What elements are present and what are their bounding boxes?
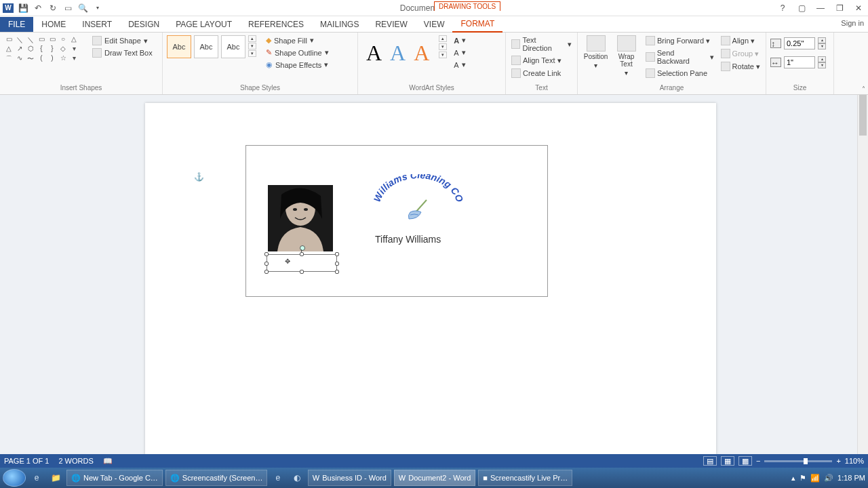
resize-handle[interactable] bbox=[335, 252, 339, 256]
group-shape-styles: Shape Styles bbox=[167, 84, 353, 93]
svg-point-2 bbox=[293, 208, 297, 211]
taskbar-media-icon[interactable]: ◐ bbox=[289, 470, 305, 486]
send-backward-button[interactable]: Send Backward ▾ bbox=[644, 48, 715, 66]
resize-handle[interactable] bbox=[335, 270, 339, 274]
redo-icon[interactable]: ↻ bbox=[47, 3, 58, 14]
tab-insert[interactable]: INSERT bbox=[74, 17, 120, 32]
document-area[interactable]: ⚓ Williams Cleaning CO bbox=[0, 95, 857, 454]
group-insert-shapes: Insert Shapes bbox=[4, 84, 158, 93]
tray-action-center-icon[interactable]: ⚑ bbox=[800, 474, 806, 483]
word-count[interactable]: 2 WORDS bbox=[58, 457, 93, 465]
position-button[interactable]: Position▾ bbox=[582, 35, 610, 69]
taskbar-chrome[interactable]: 🌐 New Tab - Google C… bbox=[66, 470, 163, 486]
zoom-slider[interactable] bbox=[764, 460, 832, 462]
shape-style-gallery[interactable]: Abc Abc Abc ▴▾▾ bbox=[167, 35, 256, 58]
create-link-button[interactable]: Create Link bbox=[510, 68, 573, 79]
tab-review[interactable]: REVIEW bbox=[367, 17, 415, 32]
text-outline-button[interactable]: A▾ bbox=[452, 47, 467, 58]
tab-format[interactable]: FORMAT bbox=[452, 16, 502, 33]
taskbar-screencastify[interactable]: 🌐 Screencastify (Screen… bbox=[165, 470, 267, 486]
tray-volume-icon[interactable]: 🔊 bbox=[824, 474, 833, 483]
vertical-scrollbar[interactable] bbox=[857, 95, 868, 454]
tray-show-hidden-icon[interactable]: ▴ bbox=[791, 474, 795, 483]
width-icon: ↔ bbox=[770, 58, 781, 67]
text-effects-button[interactable]: A▾ bbox=[452, 60, 467, 70]
shape-outline-button[interactable]: ✎Shape Outline ▾ bbox=[264, 47, 330, 58]
save-icon[interactable]: 💾 bbox=[18, 3, 28, 14]
new-icon[interactable]: ▭ bbox=[62, 3, 73, 14]
bring-forward-button[interactable]: Bring Forward ▾ bbox=[644, 35, 715, 46]
print-preview-icon[interactable]: 🔍 bbox=[77, 3, 88, 14]
undo-icon[interactable]: ↶ bbox=[33, 3, 43, 14]
web-layout-button[interactable]: ▩ bbox=[738, 456, 752, 466]
zoom-level[interactable]: 110% bbox=[845, 457, 864, 465]
resize-handle[interactable] bbox=[264, 262, 269, 266]
portrait-photo[interactable] bbox=[268, 185, 333, 251]
zoom-out-button[interactable]: − bbox=[756, 457, 760, 465]
shape-height-field[interactable]: ↕ ▴▾ bbox=[770, 37, 826, 49]
text-fill-button[interactable]: A▾ bbox=[452, 35, 467, 45]
resize-handle[interactable] bbox=[264, 252, 269, 256]
group-text: Text bbox=[510, 84, 573, 93]
tray-network-icon[interactable]: 📶 bbox=[810, 474, 820, 483]
close-button[interactable]: ✕ bbox=[852, 3, 865, 14]
page-indicator[interactable]: PAGE 1 OF 1 bbox=[4, 457, 49, 465]
taskbar-ie-icon[interactable]: e bbox=[28, 470, 45, 486]
height-input[interactable] bbox=[784, 37, 815, 49]
edit-shape-button[interactable]: Edit Shape ▾ bbox=[91, 35, 154, 46]
height-icon: ↕ bbox=[770, 39, 781, 48]
collapse-ribbon-icon[interactable]: ˄ bbox=[862, 85, 865, 93]
qat-more-icon[interactable]: ▾ bbox=[92, 3, 103, 14]
resize-handle[interactable] bbox=[300, 270, 304, 274]
signin-link[interactable]: Sign in bbox=[841, 19, 864, 27]
person-name-text[interactable]: Tiffany Williams bbox=[375, 234, 441, 245]
resize-handle[interactable] bbox=[300, 252, 304, 256]
shape-fill-button[interactable]: ◆Shape Fill ▾ bbox=[264, 35, 330, 45]
shape-width-field[interactable]: ↔ ▴▾ bbox=[770, 56, 826, 68]
company-logo[interactable]: Williams Cleaning CO bbox=[372, 174, 465, 222]
move-cursor-icon: ✥ bbox=[285, 258, 290, 265]
ribbon-display-button[interactable]: ▢ bbox=[795, 3, 808, 14]
restore-button[interactable]: ❐ bbox=[833, 3, 846, 14]
resize-handle[interactable] bbox=[264, 270, 269, 274]
minimize-button[interactable]: — bbox=[814, 3, 827, 14]
tab-home[interactable]: HOME bbox=[33, 17, 74, 32]
width-input[interactable] bbox=[784, 56, 815, 68]
selected-text-box[interactable]: ✥ bbox=[267, 254, 337, 272]
start-button[interactable] bbox=[3, 469, 26, 487]
group-size: Size bbox=[770, 84, 829, 93]
shape-effects-button[interactable]: ◉Shape Effects ▾ bbox=[264, 60, 330, 70]
help-button[interactable]: ? bbox=[776, 3, 789, 14]
svg-line-5 bbox=[416, 200, 427, 212]
print-layout-button[interactable]: ▦ bbox=[721, 456, 734, 466]
proofing-icon[interactable]: 📖 bbox=[103, 457, 113, 466]
svg-point-3 bbox=[304, 208, 308, 211]
tab-references[interactable]: REFERENCES bbox=[240, 17, 312, 32]
text-direction-button[interactable]: Text Direction ▾ bbox=[510, 35, 573, 53]
draw-text-box-button[interactable]: Draw Text Box bbox=[91, 47, 154, 58]
page[interactable]: ⚓ Williams Cleaning CO bbox=[145, 103, 716, 454]
wordart-gallery[interactable]: A A A bbox=[362, 35, 433, 71]
taskbar-word1[interactable]: W Business ID - Word bbox=[308, 470, 391, 486]
taskbar-word2[interactable]: W Document2 - Word bbox=[394, 470, 476, 486]
zoom-in-button[interactable]: + bbox=[836, 457, 840, 465]
taskbar-explorer-icon[interactable]: 📁 bbox=[47, 470, 64, 486]
tab-file[interactable]: FILE bbox=[0, 17, 33, 32]
align-text-button[interactable]: Align Text ▾ bbox=[510, 55, 573, 66]
selection-pane-button[interactable]: Selection Pane bbox=[644, 68, 715, 79]
read-mode-button[interactable]: ▤ bbox=[703, 456, 717, 466]
taskbar-screencastify-live[interactable]: ■ Screencastify Live Pr… bbox=[478, 470, 572, 486]
tab-page-layout[interactable]: PAGE LAYOUT bbox=[167, 17, 240, 32]
shapes-gallery[interactable]: ▭＼＼▭▭○△ △↗⬡{}◇▾ ⌒∿〜()☆▾ bbox=[4, 35, 84, 62]
resize-handle[interactable] bbox=[335, 262, 339, 266]
wrap-text-button[interactable]: Wrap Text▾ bbox=[612, 35, 640, 77]
business-card-frame[interactable]: Williams Cleaning CO Tiffany Williams bbox=[245, 145, 548, 297]
align-button[interactable]: Align ▾ bbox=[719, 35, 762, 46]
group-button[interactable]: Group ▾ bbox=[719, 48, 762, 59]
tray-clock[interactable]: 1:18 PM bbox=[837, 474, 865, 482]
taskbar-ie2-icon[interactable]: e bbox=[270, 470, 286, 486]
tab-design[interactable]: DESIGN bbox=[120, 17, 167, 32]
rotate-button[interactable]: Rotate ▾ bbox=[719, 61, 762, 72]
tab-mailings[interactable]: MAILINGS bbox=[312, 17, 367, 32]
tab-view[interactable]: VIEW bbox=[416, 17, 453, 32]
